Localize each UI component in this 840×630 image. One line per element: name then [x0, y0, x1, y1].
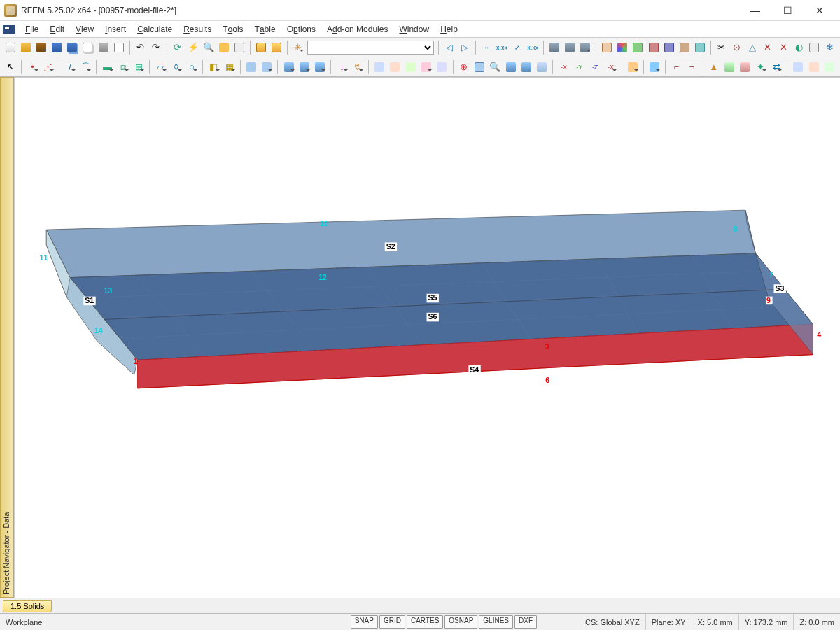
- mesh-c-icon[interactable]: [631, 40, 645, 55]
- tool-a-icon[interactable]: ✂: [715, 40, 729, 55]
- surface-c-icon[interactable]: ○: [185, 59, 199, 75]
- end-b-icon[interactable]: [807, 59, 821, 75]
- prev-icon[interactable]: ◁: [442, 40, 456, 55]
- copy-icon[interactable]: [80, 40, 94, 55]
- menu-edit[interactable]: Edit: [44, 21, 70, 37]
- panel-b-icon[interactable]: [270, 40, 284, 55]
- new-file-icon[interactable]: [4, 40, 18, 55]
- extra-a-icon[interactable]: [372, 59, 386, 75]
- tool-e-icon[interactable]: ✕: [776, 40, 790, 55]
- tool-f-icon[interactable]: ◐: [792, 40, 806, 55]
- view-a-icon[interactable]: ⊕: [456, 59, 470, 75]
- tool-b-icon[interactable]: ⊙: [730, 40, 744, 55]
- cursor-icon[interactable]: ↖: [4, 59, 18, 75]
- render-b-icon[interactable]: [563, 40, 577, 55]
- load-a-icon[interactable]: ↓: [335, 59, 349, 75]
- table-toggle-icon[interactable]: [217, 40, 231, 55]
- save-all-icon[interactable]: [65, 40, 79, 55]
- axis-y-icon[interactable]: -Y: [573, 59, 587, 75]
- shape-e-icon[interactable]: ⇄: [769, 59, 783, 75]
- maximize-button[interactable]: ☐: [771, 0, 804, 21]
- support-b-icon[interactable]: [260, 59, 274, 75]
- view-f-icon[interactable]: [535, 59, 549, 75]
- end-c-icon[interactable]: [822, 59, 836, 75]
- extra-d-icon[interactable]: [419, 59, 433, 75]
- surface-a-icon[interactable]: ▱: [153, 59, 167, 75]
- end-a-icon[interactable]: [791, 59, 805, 75]
- open-file-icon[interactable]: [19, 40, 33, 55]
- menu-help[interactable]: Help: [435, 21, 463, 37]
- model-viewport[interactable]: S1 S2 S3 S4 S5 S6 11 10 8 7 12 13 14 1 3: [14, 77, 840, 598]
- osnap-toggle[interactable]: OSNAP: [444, 615, 477, 629]
- window-icon[interactable]: [232, 40, 246, 55]
- member-b-icon[interactable]: ⧈: [116, 59, 130, 75]
- mesh-g-icon[interactable]: [693, 40, 707, 55]
- tool-d-icon[interactable]: ✕: [761, 40, 775, 55]
- member-a-icon[interactable]: ▬: [100, 59, 114, 75]
- solid-b-icon[interactable]: ▦: [223, 59, 237, 75]
- bracket-a-icon[interactable]: ⌐: [669, 59, 683, 75]
- member-c-icon[interactable]: ⊞: [132, 59, 146, 75]
- axis-z-icon[interactable]: -Z: [588, 59, 602, 75]
- menu-view[interactable]: View: [70, 21, 99, 37]
- grid-toggle[interactable]: GRID: [379, 615, 405, 629]
- solid-a-icon[interactable]: ◧: [206, 59, 220, 75]
- menu-window[interactable]: Window: [393, 21, 435, 37]
- cube-c-icon[interactable]: [313, 59, 327, 75]
- loadcase-new-icon[interactable]: ✳: [291, 40, 305, 55]
- project-navigator-tab[interactable]: Project Navigator - Data: [0, 77, 14, 598]
- snap-toggle[interactable]: SNAP: [351, 615, 378, 629]
- misc-a-icon[interactable]: [626, 59, 640, 75]
- load-b-icon[interactable]: ↯: [351, 59, 365, 75]
- dim-a-icon[interactable]: ↔: [479, 40, 493, 55]
- minimize-button[interactable]: —: [739, 0, 771, 21]
- misc-b-icon[interactable]: [648, 59, 662, 75]
- view-e-icon[interactable]: [519, 59, 533, 75]
- menu-file[interactable]: File: [20, 21, 44, 37]
- dxf-toggle[interactable]: DXF: [514, 615, 537, 629]
- menu-addon-modules[interactable]: Add-on Modules: [321, 21, 393, 37]
- open-project-icon[interactable]: [34, 40, 48, 55]
- close-button[interactable]: ✕: [804, 0, 836, 21]
- extra-b-icon[interactable]: [388, 59, 402, 75]
- extra-e-icon[interactable]: [435, 59, 449, 75]
- tool-g-icon[interactable]: [807, 40, 821, 55]
- shape-b-icon[interactable]: [722, 59, 736, 75]
- render-a-icon[interactable]: [547, 40, 561, 55]
- menu-table[interactable]: Table: [249, 21, 281, 37]
- redo-icon[interactable]: ↷: [149, 40, 163, 55]
- extra-c-icon[interactable]: [404, 59, 418, 75]
- next-icon[interactable]: ▷: [458, 40, 472, 55]
- mesh-e-icon[interactable]: [662, 40, 676, 55]
- cube-b-icon[interactable]: [298, 59, 312, 75]
- axis-sel-icon[interactable]: -X: [603, 59, 617, 75]
- dim-c-icon[interactable]: ⤢: [510, 40, 524, 55]
- panel-a-icon[interactable]: [254, 40, 268, 55]
- print-icon[interactable]: [96, 40, 110, 55]
- shape-d-icon[interactable]: ✦: [754, 59, 768, 75]
- mesh-f-icon[interactable]: [678, 40, 692, 55]
- view-c-icon[interactable]: 🔍: [488, 59, 502, 75]
- surface-b-icon[interactable]: ◊: [169, 59, 183, 75]
- shape-a-icon[interactable]: ▲: [707, 59, 721, 75]
- menu-tools[interactable]: Tools: [217, 21, 248, 37]
- line-a-icon[interactable]: /: [63, 59, 77, 75]
- zoom-icon[interactable]: 🔍: [202, 40, 216, 55]
- view-b-icon[interactable]: [472, 59, 486, 75]
- bracket-b-icon[interactable]: ¬: [685, 59, 699, 75]
- line-b-icon[interactable]: ⌒: [78, 59, 92, 75]
- node-b-icon[interactable]: ⋰: [41, 59, 55, 75]
- loadcase-select[interactable]: [307, 41, 434, 55]
- cube-a-icon[interactable]: [281, 59, 295, 75]
- report-icon[interactable]: [112, 40, 126, 55]
- menu-calculate[interactable]: Calculate: [132, 21, 178, 37]
- view-d-icon[interactable]: [503, 59, 517, 75]
- node-a-icon[interactable]: •: [25, 59, 39, 75]
- menu-results[interactable]: Results: [178, 21, 217, 37]
- dim-d-icon[interactable]: x.xx: [526, 40, 540, 55]
- calc-icon[interactable]: ⚡: [186, 40, 200, 55]
- dim-b-icon[interactable]: x.xx: [495, 40, 509, 55]
- axis-x-icon[interactable]: -X: [556, 59, 570, 75]
- support-a-icon[interactable]: [244, 59, 258, 75]
- save-icon[interactable]: [50, 40, 64, 55]
